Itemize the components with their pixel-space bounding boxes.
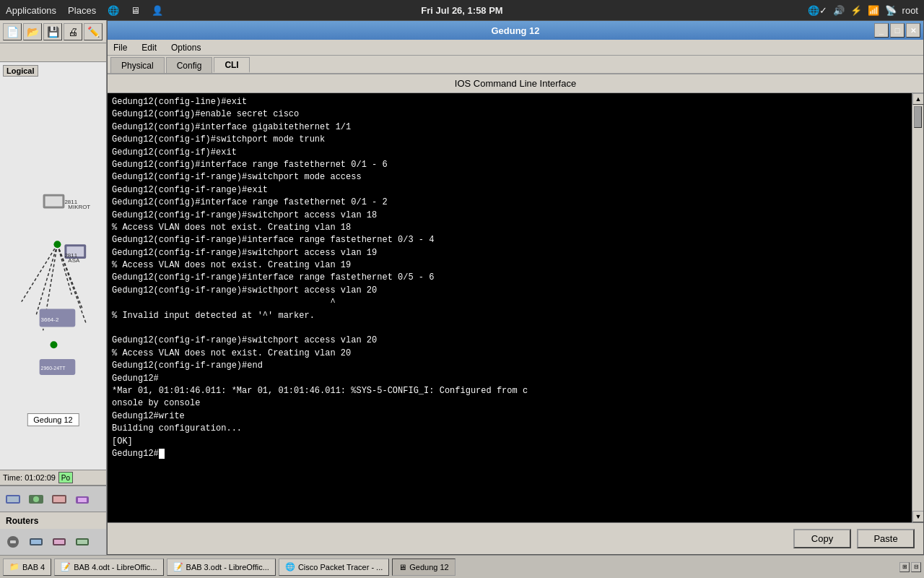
topology-svg: MIKROT 2811 ASA 2811 3664-2 2960-24TT	[0, 62, 106, 470]
globe-icon: 🌐	[108, 5, 119, 16]
signal-icon: 📶	[868, 5, 879, 16]
cli-output-wrapper: Gedung12(config-line)#exit Gedung12(conf…	[108, 93, 923, 522]
svg-text:2960-24TT: 2960-24TT	[41, 366, 66, 371]
svg-rect-23	[78, 498, 87, 502]
scroll-thumb[interactable]	[914, 106, 922, 128]
maximize-button[interactable]: □	[890, 23, 905, 38]
svg-line-1	[36, 244, 58, 316]
time-display: Time: 01:02:09	[3, 473, 56, 482]
bluetooth-icon: ⚡	[850, 5, 862, 16]
cli-header: IOS Command Line Interface	[108, 74, 923, 93]
tab-cli[interactable]: CLI	[214, 57, 249, 73]
paste-button[interactable]: Paste	[857, 529, 915, 548]
wifi-icon: 📡	[885, 5, 897, 16]
pt-label: Cisco Packet Tracer - ...	[298, 563, 383, 571]
taskbar-item-packettracer[interactable]: 🌐 Cisco Packet Tracer - ...	[279, 558, 389, 576]
svg-rect-17	[7, 496, 19, 502]
g12-label: Gedung 12	[409, 563, 448, 571]
system-bar: Applications Places 🌐 🖥 👤 Fri Jul 26, 1:…	[0, 0, 924, 20]
options-menu[interactable]: Options	[168, 41, 204, 54]
libre2-label: BAB 3.odt - LibreOffic...	[186, 563, 269, 571]
gedung12-window: Gedung 12 _ □ ✕ File Edit Options Physic…	[107, 20, 924, 555]
print-btn[interactable]: 🖨	[64, 23, 82, 40]
places-menu[interactable]: Places	[68, 5, 96, 16]
view-tabs	[0, 43, 106, 62]
device-icon-1[interactable]	[3, 489, 23, 509]
selected-device-label: Gedung 12	[27, 413, 79, 426]
taskbar: 📁 BAB 4 📝 BAB 4.odt - LibreOffic... 📝 BA…	[0, 555, 924, 578]
taskbar-item-libreoffice2[interactable]: 📝 BAB 3.odt - LibreOffic...	[167, 558, 276, 576]
svg-rect-27	[31, 540, 41, 544]
routers-label: Routers	[6, 516, 38, 526]
file-menu[interactable]: File	[110, 41, 130, 54]
network-diagram-area: Logical MIKROT 2811 ASA 2811 3664-2	[0, 62, 106, 470]
user-label: root	[902, 5, 918, 16]
scroll-track	[912, 129, 923, 511]
window-titlebar: Gedung 12 _ □ ✕	[108, 21, 923, 40]
terminal-icon: 🖥	[131, 5, 140, 16]
svg-text:2811: 2811	[64, 252, 77, 259]
close-button[interactable]: ✕	[906, 23, 920, 38]
svg-rect-21	[53, 496, 65, 502]
taskbar-item-libreoffice1[interactable]: 📝 BAB 4.odt - LibreOffic...	[54, 558, 163, 576]
g12-icon: 🖥	[398, 563, 406, 571]
tab-bar: Physical Config CLI	[108, 56, 923, 74]
svg-point-7	[51, 341, 58, 348]
applications-menu[interactable]: Applications	[6, 5, 56, 16]
device-icon-2[interactable]	[26, 489, 46, 509]
window-controls: _ □ ✕	[874, 23, 920, 38]
taskbar-item-gedung12[interactable]: 🖥 Gedung 12	[392, 558, 455, 576]
svg-rect-31	[77, 540, 87, 544]
svg-text:2811: 2811	[64, 199, 77, 205]
svg-line-0	[22, 244, 58, 301]
router-icon-1[interactable]	[3, 532, 23, 552]
router-icon-4[interactable]	[72, 532, 92, 552]
copy-button[interactable]: Copy	[793, 529, 851, 548]
bottom-device-row	[0, 529, 106, 555]
taskbar-show-desktop[interactable]: ⊞ ⊟	[899, 562, 921, 572]
svg-text:3664-2: 3664-2	[41, 316, 59, 323]
edit-btn[interactable]: ✏️	[84, 23, 103, 40]
realtime-button[interactable]: Po	[58, 472, 73, 483]
libre1-icon: 📝	[61, 562, 71, 571]
action-buttons: Copy Paste	[793, 529, 915, 548]
svg-rect-25	[10, 540, 16, 543]
save-btn[interactable]: 💾	[43, 23, 62, 40]
device-icon-3[interactable]	[49, 489, 69, 509]
scroll-down-arrow[interactable]: ▼	[912, 511, 923, 522]
svg-rect-29	[54, 540, 64, 544]
cli-bottom-bar: Copy Paste	[108, 522, 923, 554]
menu-bar: File Edit Options	[108, 40, 923, 56]
user-icon: 👤	[152, 5, 163, 16]
taskbar-item-bab4[interactable]: 📁 BAB 4	[3, 558, 51, 576]
routers-section-label: Routers	[0, 512, 106, 529]
edit-menu[interactable]: Edit	[139, 41, 160, 54]
network-status-icon: 🌐✓	[808, 5, 827, 16]
cli-output[interactable]: Gedung12(config-line)#exit Gedung12(conf…	[108, 93, 912, 522]
libre1-label: BAB 4.odt - LibreOffic...	[74, 563, 157, 571]
router-icon-3[interactable]	[49, 532, 69, 552]
cli-scrollbar[interactable]: ▲ ▼	[912, 93, 923, 522]
left-sidebar: 📄 📂 💾 🖨 ✏️ Logical MIKROT 2811	[0, 20, 107, 555]
window-title: Gedung 12	[491, 25, 539, 36]
libre2-icon: 📝	[173, 562, 183, 571]
tab-config[interactable]: Config	[166, 57, 213, 73]
bab4-label: BAB 4	[22, 563, 45, 571]
time-bar: Time: 01:02:09 Po	[0, 470, 106, 486]
open-btn[interactable]: 📂	[23, 23, 42, 40]
new-btn[interactable]: 📄	[3, 23, 22, 40]
scroll-up-arrow[interactable]: ▲	[912, 93, 923, 105]
bab4-icon: 📁	[9, 562, 19, 571]
device-icon-4[interactable]	[72, 489, 92, 509]
svg-point-6	[53, 241, 61, 248]
volume-icon: 🔊	[833, 5, 845, 16]
system-datetime: Fri Jul 26, 1:58 PM	[421, 5, 502, 16]
minimize-button[interactable]: _	[874, 23, 889, 38]
svg-point-19	[33, 496, 39, 502]
toolbar: 📄 📂 💾 🖨 ✏️	[0, 20, 106, 43]
device-icons-row	[0, 486, 106, 512]
tab-physical[interactable]: Physical	[110, 57, 165, 73]
router-icon-2[interactable]	[26, 532, 46, 552]
pt-icon: 🌐	[285, 562, 295, 571]
